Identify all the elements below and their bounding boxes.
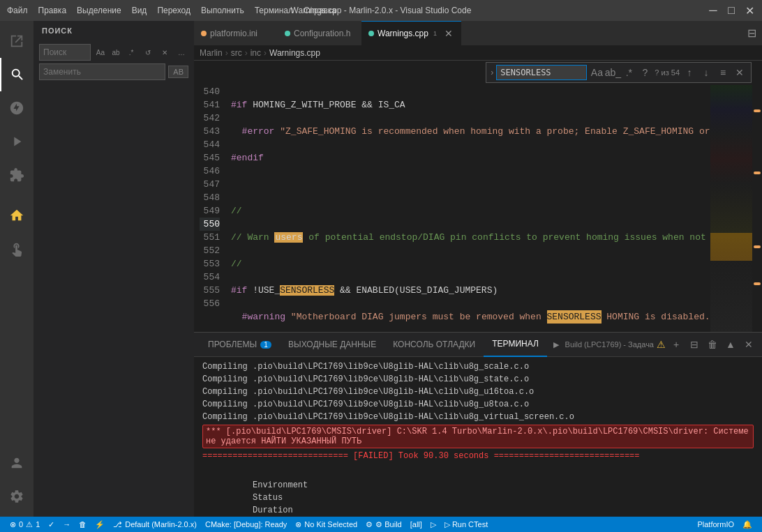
- menu-run[interactable]: Выполнить: [201, 6, 244, 15]
- replace-input[interactable]: [43, 67, 161, 77]
- more-btn[interactable]: …: [174, 45, 188, 59]
- run-ctest-label: ▷ Run CTest: [444, 520, 488, 529]
- sidebar-item-extensions[interactable]: [0, 158, 33, 192]
- refresh-btn[interactable]: ↺: [141, 45, 155, 59]
- panel-tab-terminal[interactable]: ТЕРМИНАЛ: [484, 333, 547, 357]
- menu-view[interactable]: Вид: [132, 6, 147, 15]
- find-input[interactable]: [496, 65, 587, 80]
- search-row: Аа ab .* ↺ ✕ …: [39, 44, 188, 61]
- breadcrumb-src[interactable]: src: [231, 48, 242, 58]
- breadcrumb-inc[interactable]: inc: [251, 48, 261, 58]
- sidebar-item-search[interactable]: [0, 58, 33, 91]
- sidebar: ПОИСК Аа ab .* ↺ ✕ … AB: [33, 21, 194, 517]
- replace-row: AB: [39, 63, 188, 80]
- tab-close-btn[interactable]: ✕: [443, 28, 454, 39]
- find-menu-btn[interactable]: ≡: [716, 66, 730, 79]
- close-button[interactable]: ✕: [744, 4, 755, 17]
- status-run-ctest[interactable]: ▷ Run CTest: [440, 517, 492, 532]
- case-sensitive-btn[interactable]: Аа: [94, 45, 107, 59]
- tab-configuration[interactable]: Configuration.h: [278, 21, 361, 45]
- whole-word-btn[interactable]: ab: [109, 45, 123, 59]
- menu-bar[interactable]: Файл Правка Выделение Вид Переход Выполн…: [7, 6, 336, 15]
- search-input[interactable]: [43, 47, 87, 57]
- status-lightning[interactable]: ⚡: [91, 517, 109, 532]
- find-regex-btn[interactable]: .*: [622, 66, 636, 79]
- tab-warnings[interactable]: Warnings.cpp 1 ✕: [361, 21, 461, 45]
- breadcrumb: Marlin › src › inc › Warnings.cpp: [194, 45, 762, 61]
- replace-button[interactable]: AB: [168, 66, 188, 78]
- panel-tab-output[interactable]: ВЫХОДНЫЕ ДАННЫЕ: [280, 333, 384, 357]
- status-sync[interactable]: →: [59, 517, 75, 532]
- settings-icon[interactable]: [0, 480, 33, 513]
- status-trash[interactable]: 🗑: [75, 517, 91, 532]
- status-check[interactable]: ✓: [44, 517, 59, 532]
- status-debug-btn[interactable]: ▷: [426, 517, 440, 532]
- sidebar-item-run[interactable]: [0, 125, 33, 158]
- code-content[interactable]: #if HOMING_Z_WITH_PROBE && IS_CA #error …: [225, 85, 710, 332]
- split-editor-btn[interactable]: ⊟: [742, 21, 762, 45]
- play-icon: ▷: [431, 520, 436, 529]
- status-errors[interactable]: ⊗ 0 ⚠ 1: [6, 517, 44, 532]
- gear-icon: ⚙: [366, 520, 373, 529]
- menu-selection[interactable]: Выделение: [77, 6, 121, 15]
- split-terminal-btn[interactable]: ⊟: [687, 337, 702, 352]
- menu-file[interactable]: Файл: [7, 6, 28, 15]
- status-cmake[interactable]: CMake: [Debug]: Ready: [201, 517, 291, 532]
- replace-input-wrap[interactable]: [39, 63, 165, 80]
- scrollbar[interactable]: [752, 85, 762, 332]
- branch-icon: ⎇: [113, 520, 122, 529]
- minimize-button[interactable]: ─: [708, 4, 719, 17]
- find-count: ? из 54: [655, 68, 680, 77]
- find-word-btn[interactable]: ab_: [606, 66, 620, 79]
- find-case-btn[interactable]: Аа: [590, 66, 604, 79]
- delete-terminal-btn[interactable]: 🗑: [705, 337, 720, 352]
- panel-tab-debug[interactable]: КОНСОЛЬ ОТЛАДКИ: [384, 333, 484, 357]
- status-build[interactable]: ⚙ ⚙ Build: [361, 517, 406, 532]
- sidebar-item-platformio[interactable]: [0, 199, 33, 232]
- terminal-line-4: Compiling .pio\build\LPC1769\lib9ce\U8gl…: [202, 398, 754, 411]
- sidebar-item-source-control[interactable]: [0, 91, 33, 125]
- status-all[interactable]: [all]: [406, 517, 426, 532]
- lightning-icon: ⚡: [95, 520, 105, 529]
- menu-edit[interactable]: Правка: [38, 6, 67, 15]
- search-input-wrap[interactable]: [39, 44, 91, 61]
- add-terminal-btn[interactable]: +: [668, 337, 684, 352]
- find-close-btn[interactable]: ✕: [733, 66, 747, 79]
- account-icon[interactable]: [0, 446, 33, 480]
- panel-tab-terminal-label: ТЕРМИНАЛ: [492, 339, 539, 349]
- breadcrumb-file[interactable]: Warnings.cpp: [269, 48, 320, 58]
- status-kit[interactable]: ⊗ No Kit Selected: [291, 517, 361, 532]
- status-bell[interactable]: 🔔: [738, 517, 756, 532]
- build-label: ⚙ Build: [375, 520, 402, 529]
- env-header-env: Environment: [253, 479, 343, 492]
- breadcrumb-sep-3: ›: [264, 48, 267, 58]
- tab-label-warnings: Warnings.cpp: [378, 29, 428, 38]
- sidebar-item-test[interactable]: [0, 232, 33, 266]
- window-controls[interactable]: ─ □ ✕: [708, 4, 755, 17]
- find-help-btn[interactable]: ?: [638, 66, 652, 79]
- find-chevron-icon[interactable]: ›: [491, 68, 493, 77]
- status-branch[interactable]: ⎇ Default (Marlin-2.0.x): [109, 517, 201, 532]
- check-icon: ✓: [48, 520, 54, 529]
- sidebar-item-explorer[interactable]: [0, 24, 33, 58]
- maximize-button[interactable]: □: [726, 4, 737, 17]
- find-prev-btn[interactable]: ↑: [682, 66, 696, 79]
- warning-count: 1: [36, 520, 40, 529]
- tab-dot-config: [285, 31, 290, 36]
- menu-goto[interactable]: Переход: [157, 6, 190, 15]
- tab-platformio[interactable]: platformio.ini: [194, 21, 278, 45]
- kit-name: No Kit Selected: [304, 520, 357, 529]
- maximize-panel-btn[interactable]: ▲: [723, 337, 738, 352]
- regex-btn[interactable]: .*: [124, 45, 138, 59]
- code-editor[interactable]: 540 541 542 543 544 545 546 547 548 549 …: [194, 85, 762, 332]
- status-platformio[interactable]: PlatformIO: [693, 517, 738, 532]
- clear-btn[interactable]: ✕: [158, 45, 172, 59]
- find-next-btn[interactable]: ↓: [699, 66, 713, 79]
- panel-tab-output-label: ВЫХОДНЫЕ ДАННЫЕ: [288, 340, 376, 349]
- menu-terminal[interactable]: Терминал: [255, 6, 293, 15]
- breadcrumb-marlin[interactable]: Marlin: [200, 48, 223, 58]
- error-message: *** [.pio\build\LPC1769\CMSIS\driver] C:…: [202, 425, 754, 448]
- panel-content[interactable]: Compiling .pio\build\LPC1769\lib9ce\U8gl…: [194, 357, 762, 517]
- panel-tab-problems[interactable]: ПРОБЛЕМЫ 1: [200, 333, 280, 357]
- close-panel-btn[interactable]: ✕: [741, 337, 756, 352]
